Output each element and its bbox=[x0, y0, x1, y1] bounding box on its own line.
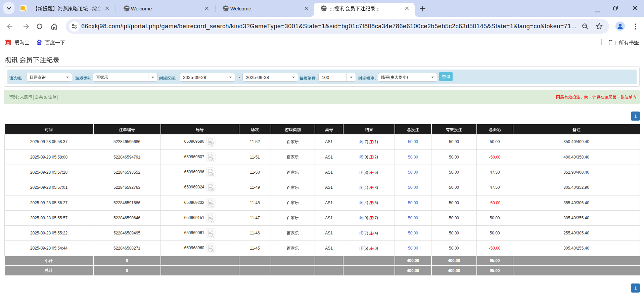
svg-text:du: du bbox=[38, 42, 41, 45]
